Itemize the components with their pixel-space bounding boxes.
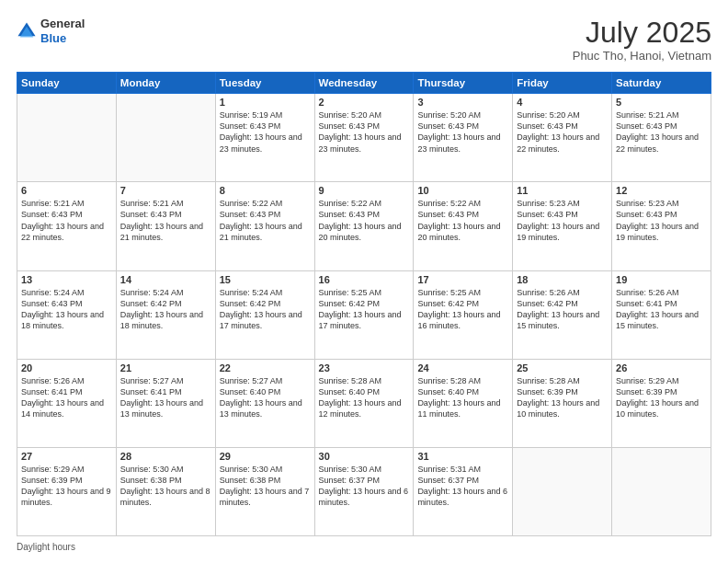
week-row-1: 1Sunrise: 5:19 AMSunset: 6:43 PMDaylight…: [17, 94, 711, 182]
calendar-cell: 18Sunrise: 5:26 AMSunset: 6:42 PMDayligh…: [513, 270, 612, 359]
day-number: 5: [616, 97, 707, 108]
day-info: Sunrise: 5:27 AMSunset: 6:41 PMDaylight:…: [120, 375, 211, 420]
calendar-cell: [17, 94, 117, 182]
day-number: 22: [220, 362, 311, 373]
day-info: Sunrise: 5:28 AMSunset: 6:39 PMDaylight:…: [517, 375, 608, 420]
day-number: 19: [616, 274, 707, 285]
calendar-cell: 31Sunrise: 5:31 AMSunset: 6:37 PMDayligh…: [414, 447, 513, 535]
day-info: Sunrise: 5:27 AMSunset: 6:40 PMDaylight:…: [220, 375, 311, 420]
day-info: Sunrise: 5:24 AMSunset: 6:42 PMDaylight:…: [220, 287, 311, 332]
calendar-cell: 10Sunrise: 5:22 AMSunset: 6:43 PMDayligh…: [414, 182, 513, 270]
day-number: 28: [120, 451, 211, 462]
calendar-cell: 24Sunrise: 5:28 AMSunset: 6:40 PMDayligh…: [414, 359, 513, 447]
calendar-cell: 26Sunrise: 5:29 AMSunset: 6:39 PMDayligh…: [612, 359, 711, 447]
day-header-wednesday: Wednesday: [314, 73, 414, 94]
calendar-cell: 20Sunrise: 5:26 AMSunset: 6:41 PMDayligh…: [17, 359, 117, 447]
calendar-cell: 15Sunrise: 5:24 AMSunset: 6:42 PMDayligh…: [215, 270, 314, 359]
day-number: 7: [120, 185, 211, 196]
calendar-cell: 1Sunrise: 5:19 AMSunset: 6:43 PMDaylight…: [215, 94, 314, 182]
day-number: 23: [319, 362, 410, 373]
day-info: Sunrise: 5:30 AMSunset: 6:38 PMDaylight:…: [120, 464, 211, 509]
footer: Daylight hours: [17, 542, 711, 552]
day-number: 29: [220, 451, 311, 462]
location: Phuc Tho, Hanoi, Vietnam: [573, 49, 711, 63]
calendar-cell: 29Sunrise: 5:30 AMSunset: 6:38 PMDayligh…: [215, 447, 314, 535]
logo-icon: [17, 21, 37, 41]
header: General Blue July 2025 Phuc Tho, Hanoi, …: [17, 17, 711, 63]
day-info: Sunrise: 5:19 AMSunset: 6:43 PMDaylight:…: [220, 109, 311, 155]
day-info: Sunrise: 5:31 AMSunset: 6:37 PMDaylight:…: [417, 464, 508, 509]
day-info: Sunrise: 5:22 AMSunset: 6:43 PMDaylight:…: [220, 198, 311, 243]
day-number: 6: [21, 185, 112, 196]
day-info: Sunrise: 5:26 AMSunset: 6:41 PMDaylight:…: [21, 375, 112, 420]
day-info: Sunrise: 5:20 AMSunset: 6:43 PMDaylight:…: [517, 109, 608, 155]
day-number: 9: [319, 185, 410, 196]
day-info: Sunrise: 5:23 AMSunset: 6:43 PMDaylight:…: [616, 198, 707, 243]
day-number: 26: [616, 362, 707, 373]
day-info: Sunrise: 5:24 AMSunset: 6:43 PMDaylight:…: [21, 287, 112, 332]
calendar-cell: 25Sunrise: 5:28 AMSunset: 6:39 PMDayligh…: [513, 359, 612, 447]
calendar-cell: 22Sunrise: 5:27 AMSunset: 6:40 PMDayligh…: [215, 359, 314, 447]
calendar-cell: 14Sunrise: 5:24 AMSunset: 6:42 PMDayligh…: [116, 270, 215, 359]
day-number: 3: [417, 97, 508, 108]
day-number: 1: [220, 97, 311, 108]
calendar-cell: 6Sunrise: 5:21 AMSunset: 6:43 PMDaylight…: [17, 182, 117, 270]
calendar-cell: 11Sunrise: 5:23 AMSunset: 6:43 PMDayligh…: [513, 182, 612, 270]
day-info: Sunrise: 5:25 AMSunset: 6:42 PMDaylight:…: [417, 287, 508, 332]
day-number: 2: [319, 97, 410, 108]
calendar-cell: 9Sunrise: 5:22 AMSunset: 6:43 PMDaylight…: [314, 182, 414, 270]
calendar-cell: 16Sunrise: 5:25 AMSunset: 6:42 PMDayligh…: [314, 270, 414, 359]
calendar-cell: 2Sunrise: 5:20 AMSunset: 6:43 PMDaylight…: [314, 94, 414, 182]
day-info: Sunrise: 5:26 AMSunset: 6:42 PMDaylight:…: [517, 287, 608, 332]
day-number: 24: [417, 362, 508, 373]
day-number: 27: [21, 451, 112, 462]
day-info: Sunrise: 5:20 AMSunset: 6:43 PMDaylight:…: [319, 109, 410, 155]
day-number: 11: [517, 185, 608, 196]
calendar-cell: 8Sunrise: 5:22 AMSunset: 6:43 PMDaylight…: [215, 182, 314, 270]
calendar-cell: 4Sunrise: 5:20 AMSunset: 6:43 PMDaylight…: [513, 94, 612, 182]
day-info: Sunrise: 5:22 AMSunset: 6:43 PMDaylight:…: [319, 198, 410, 243]
day-number: 30: [319, 451, 410, 462]
day-info: Sunrise: 5:24 AMSunset: 6:42 PMDaylight:…: [120, 287, 211, 332]
day-info: Sunrise: 5:30 AMSunset: 6:37 PMDaylight:…: [319, 464, 410, 509]
days-header-row: SundayMondayTuesdayWednesdayThursdayFrid…: [17, 73, 711, 94]
day-number: 17: [417, 274, 508, 285]
day-info: Sunrise: 5:30 AMSunset: 6:38 PMDaylight:…: [220, 464, 311, 509]
calendar-cell: [116, 94, 215, 182]
day-info: Sunrise: 5:21 AMSunset: 6:43 PMDaylight:…: [120, 198, 211, 243]
day-info: Sunrise: 5:20 AMSunset: 6:43 PMDaylight:…: [417, 109, 508, 155]
logo: General Blue: [17, 17, 85, 45]
day-number: 12: [616, 185, 707, 196]
calendar-cell: 17Sunrise: 5:25 AMSunset: 6:42 PMDayligh…: [414, 270, 513, 359]
calendar-cell: 12Sunrise: 5:23 AMSunset: 6:43 PMDayligh…: [612, 182, 711, 270]
calendar-cell: 7Sunrise: 5:21 AMSunset: 6:43 PMDaylight…: [116, 182, 215, 270]
day-number: 31: [417, 451, 508, 462]
day-info: Sunrise: 5:28 AMSunset: 6:40 PMDaylight:…: [319, 375, 410, 420]
daylight-label: Daylight hours: [17, 542, 75, 552]
day-info: Sunrise: 5:25 AMSunset: 6:42 PMDaylight:…: [319, 287, 410, 332]
day-header-friday: Friday: [513, 73, 612, 94]
calendar-table: SundayMondayTuesdayWednesdayThursdayFrid…: [17, 72, 711, 536]
calendar-cell: [513, 447, 612, 535]
week-row-5: 27Sunrise: 5:29 AMSunset: 6:39 PMDayligh…: [17, 447, 711, 535]
week-row-2: 6Sunrise: 5:21 AMSunset: 6:43 PMDaylight…: [17, 182, 711, 270]
calendar-cell: 28Sunrise: 5:30 AMSunset: 6:38 PMDayligh…: [116, 447, 215, 535]
month-year: July 2025: [573, 17, 711, 49]
day-number: 18: [517, 274, 608, 285]
calendar-cell: [612, 447, 711, 535]
day-number: 14: [120, 274, 211, 285]
day-info: Sunrise: 5:21 AMSunset: 6:43 PMDaylight:…: [616, 109, 707, 155]
day-number: 20: [21, 362, 112, 373]
day-info: Sunrise: 5:21 AMSunset: 6:43 PMDaylight:…: [21, 198, 112, 243]
day-number: 21: [120, 362, 211, 373]
week-row-4: 20Sunrise: 5:26 AMSunset: 6:41 PMDayligh…: [17, 359, 711, 447]
calendar-cell: 21Sunrise: 5:27 AMSunset: 6:41 PMDayligh…: [116, 359, 215, 447]
calendar-cell: 23Sunrise: 5:28 AMSunset: 6:40 PMDayligh…: [314, 359, 414, 447]
calendar-cell: 5Sunrise: 5:21 AMSunset: 6:43 PMDaylight…: [612, 94, 711, 182]
day-info: Sunrise: 5:23 AMSunset: 6:43 PMDaylight:…: [517, 198, 608, 243]
day-header-tuesday: Tuesday: [215, 73, 314, 94]
week-row-3: 13Sunrise: 5:24 AMSunset: 6:43 PMDayligh…: [17, 270, 711, 359]
day-header-sunday: Sunday: [17, 73, 117, 94]
day-info: Sunrise: 5:26 AMSunset: 6:41 PMDaylight:…: [616, 287, 707, 332]
day-header-thursday: Thursday: [414, 73, 513, 94]
